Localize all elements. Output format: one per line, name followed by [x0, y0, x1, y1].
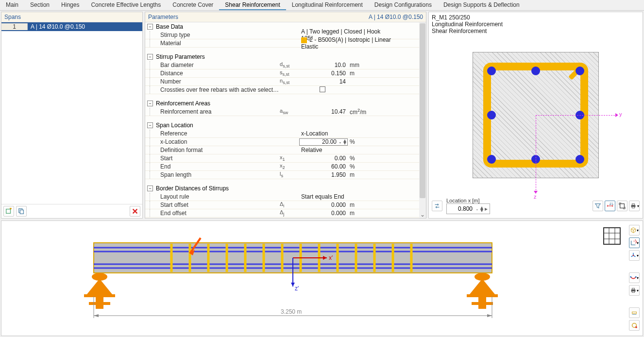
play-icon[interactable]: ▸ [485, 205, 488, 212]
show-dims-button[interactable] [629, 307, 640, 318]
collapse-icon[interactable]: − [147, 101, 153, 106]
tab-hinges[interactable]: Hinges [55, 0, 85, 10]
param-row[interactable]: Start offsetΔi0.000m [145, 201, 419, 209]
parameters-body[interactable]: −Base DataStirrup typeA | Two legged | C… [145, 22, 426, 218]
view-y-button[interactable]: -y▾ [629, 237, 640, 248]
svg-rect-60 [632, 312, 637, 314]
param-row[interactable]: Layout ruleStart equals End [145, 193, 419, 201]
print-view-button[interactable]: ▾ [629, 285, 640, 296]
tab-main[interactable]: Main [0, 0, 24, 10]
param-row[interactable]: Definition formatRelative [145, 146, 419, 154]
param-label: Crossties over free rebars with active s… [158, 86, 280, 93]
param-unit: % [348, 155, 372, 162]
svg-rect-3 [20, 210, 23, 214]
chevron-down-icon[interactable]: ⌄ [475, 207, 479, 211]
swap-button[interactable] [432, 201, 442, 211]
tab-eff-lengths[interactable]: Concrete Effective Lengths [85, 0, 167, 10]
dimension-button[interactable]: 100 [605, 201, 615, 211]
collapse-icon[interactable]: − [147, 122, 153, 128]
param-row[interactable]: End offsetΔj0.000m [145, 209, 419, 218]
svg-marker-47 [487, 314, 492, 317]
param-label: Distance [158, 70, 280, 77]
svg-marker-39 [470, 279, 495, 294]
filter-button[interactable] [593, 201, 603, 211]
param-row[interactable]: x-Location20.00⌄▴▾% [145, 138, 419, 146]
param-symbol: asw [280, 108, 299, 115]
cs-rebar [487, 67, 496, 75]
collapse-icon[interactable]: − [147, 24, 153, 30]
axis-x-label: x' [329, 254, 333, 261]
cs-rebar [487, 155, 496, 164]
param-label: Bar diameter [158, 62, 280, 68]
tab-cover[interactable]: Concrete Cover [167, 0, 219, 10]
tab-long-reinf[interactable]: Longitudinal Reinforcement [286, 0, 369, 10]
cs-rebar [576, 155, 584, 164]
cs-y-axis [536, 115, 617, 116]
param-row[interactable]: Referencex-Location [145, 130, 419, 138]
value-input[interactable]: 20.00⌄▴▾ [299, 138, 348, 146]
new-config-button[interactable] [3, 206, 14, 217]
copy-config-button[interactable] [16, 206, 27, 217]
param-value: 0.150 [299, 70, 348, 77]
param-row[interactable]: Material 2 - B500S(A) | Isotropic | Line… [145, 39, 419, 48]
view-cube-icon[interactable] [602, 226, 622, 246]
group-name: Reinforcement Areas [156, 100, 210, 107]
tab-section[interactable]: Section [24, 0, 55, 10]
param-symbol: x2 [280, 163, 299, 170]
param-value: 0.000 [299, 202, 348, 208]
span-row[interactable]: 1 A | 14 Ø10.0 @0.150 [1, 22, 142, 31]
clear-view-button[interactable] [629, 320, 640, 331]
scroll-down-icon[interactable]: ⌄ [419, 211, 426, 218]
param-row[interactable]: Span lengthls1.950m [145, 171, 419, 179]
arrow-right-icon [615, 113, 618, 117]
svg-rect-5 [620, 204, 625, 208]
param-group-header[interactable]: −Border Distances of Stirrups [145, 184, 419, 193]
beam-elevation-view[interactable]: x' z' 3 [1, 220, 643, 336]
param-row[interactable]: Bar diameterds,st10.0mm [145, 61, 419, 69]
param-label: Reinforcement area [158, 108, 280, 115]
param-group-header[interactable]: −Stirrup Parameters [145, 52, 419, 61]
print-button[interactable]: ▾ [629, 201, 640, 211]
view-iso-button[interactable]: ▾ [629, 225, 640, 236]
scroll-thumb[interactable] [420, 23, 425, 198]
delete-button[interactable] [130, 206, 140, 217]
param-row[interactable]: Distancess,st0.150m [145, 69, 419, 78]
deflection-button[interactable]: ▾ [629, 272, 640, 283]
param-label: Number [158, 78, 280, 85]
param-row[interactable]: Crossties over free rebars with active s… [145, 86, 419, 94]
collapse-icon[interactable]: − [147, 54, 153, 60]
param-row[interactable]: Endx260.00% [145, 163, 419, 171]
tab-strip: Main Section Hinges Concrete Effective L… [0, 0, 644, 11]
param-symbol: Δi [280, 201, 299, 208]
param-value: 10.0 [299, 62, 348, 68]
location-input[interactable]: 0.800 ⌄ ▴▾ ▸ [446, 203, 490, 214]
cs-line-1: Longitudinal Reinforcement [432, 21, 640, 28]
location-label: Location x [m] [446, 198, 490, 203]
tab-design-config[interactable]: Design Configurations [369, 0, 438, 10]
scrollbar[interactable]: ⌄ [419, 22, 426, 218]
svg-rect-35 [84, 294, 115, 297]
param-row[interactable]: Numberns,st14 [145, 78, 419, 86]
param-group-header[interactable]: −Reinforcement Areas [145, 99, 419, 108]
checkbox[interactable] [320, 86, 325, 92]
span-text: A | 14 Ø10.0 @0.150 [28, 23, 142, 30]
spinner-icon[interactable]: ▴▾ [480, 206, 483, 212]
zoom-fit-button[interactable] [617, 201, 627, 211]
param-row[interactable]: Startx10.00% [145, 154, 419, 163]
tab-supports-defl[interactable]: Design Supports & Deflection [438, 0, 525, 10]
param-group-header[interactable]: −Span Location [145, 121, 419, 130]
parameters-header-right: A | 14 Ø10.0 @0.150 [369, 14, 423, 20]
param-row[interactable]: Reinforcement areaasw10.47cm2/m [145, 108, 419, 116]
svg-rect-59 [632, 291, 634, 293]
collapse-icon[interactable]: − [147, 185, 153, 191]
parameters-title: Parameters [148, 14, 178, 20]
param-unit: m [348, 171, 372, 178]
param-value: Start equals End [299, 193, 395, 200]
svg-point-1 [10, 208, 12, 209]
cross-section-view[interactable]: y z [432, 34, 640, 196]
param-unit: cm2/m [348, 108, 372, 116]
tab-shear-reinf[interactable]: Shear Reinforcement [219, 0, 286, 10]
param-unit: mm [348, 62, 372, 68]
view-axes-button[interactable]: ▾ [629, 250, 640, 261]
chevron-down-icon[interactable]: ▾ [637, 204, 639, 208]
